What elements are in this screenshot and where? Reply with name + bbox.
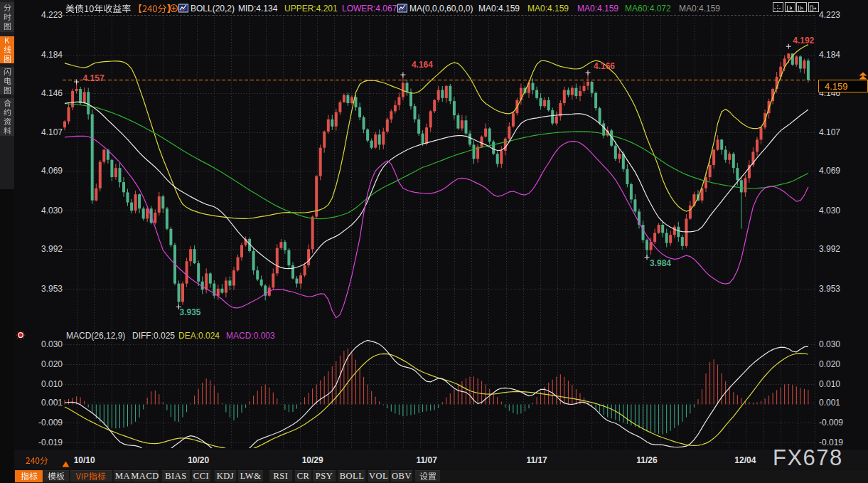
candle[interactable] (476, 144, 479, 163)
candle[interactable] (181, 282, 184, 305)
candle[interactable] (756, 137, 759, 156)
sidebar-tab-lightning-chart[interactable] (0, 67, 14, 95)
candle[interactable] (296, 276, 299, 287)
candle[interactable] (272, 268, 274, 290)
candle[interactable] (583, 81, 586, 93)
candle[interactable] (658, 223, 660, 234)
candle[interactable] (346, 92, 349, 106)
candle[interactable] (284, 240, 286, 254)
candle[interactable] (319, 144, 322, 180)
toolbar-item-macd[interactable]: MACD (132, 470, 158, 482)
candle[interactable] (547, 97, 550, 112)
zoom-axis-out-icon[interactable] (796, 2, 807, 12)
candle[interactable] (366, 128, 369, 142)
candle[interactable] (795, 55, 798, 67)
candle[interactable] (720, 139, 723, 154)
candle[interactable] (201, 277, 204, 294)
candle[interactable] (150, 206, 153, 225)
toolbar-item-indicators[interactable] (15, 470, 43, 482)
candle[interactable] (166, 207, 168, 230)
candle[interactable] (350, 95, 353, 105)
candle[interactable] (626, 164, 628, 188)
candle[interactable] (799, 55, 802, 73)
candle[interactable] (256, 266, 259, 281)
candle[interactable] (456, 113, 459, 130)
candle[interactable] (638, 209, 641, 229)
candle[interactable] (717, 135, 719, 151)
candle[interactable] (83, 87, 86, 104)
candle[interactable] (394, 100, 397, 113)
period-label[interactable] (26, 455, 48, 466)
candle[interactable] (142, 207, 145, 221)
toolbar-item-boll[interactable]: BOLL (338, 470, 365, 482)
candle[interactable] (264, 284, 267, 300)
candle[interactable] (665, 229, 668, 248)
candle[interactable] (91, 110, 94, 204)
candle[interactable] (358, 103, 361, 121)
candle[interactable] (633, 194, 636, 213)
candle[interactable] (540, 93, 542, 110)
candle[interactable] (169, 227, 172, 248)
candle[interactable] (771, 87, 774, 104)
candle[interactable] (807, 58, 810, 83)
candle[interactable] (555, 111, 558, 125)
candle[interactable] (209, 272, 212, 288)
period-up-triangle-icon[interactable] (62, 457, 70, 470)
candle[interactable] (602, 120, 605, 138)
candle[interactable] (488, 127, 491, 144)
candle[interactable] (386, 117, 389, 134)
candle[interactable] (279, 239, 282, 250)
candle[interactable] (740, 177, 743, 228)
candle[interactable] (225, 277, 227, 297)
candle[interactable] (370, 139, 373, 149)
candle[interactable] (681, 235, 684, 250)
candle[interactable] (417, 115, 420, 136)
candle[interactable] (240, 243, 243, 261)
candle[interactable] (599, 107, 601, 124)
candle[interactable] (363, 115, 365, 133)
candle[interactable] (803, 59, 805, 74)
toolbar-item-psy[interactable]: PSY (313, 470, 336, 482)
candle[interactable] (158, 192, 161, 216)
candle[interactable] (669, 231, 672, 246)
candle[interactable] (99, 160, 102, 191)
candle[interactable] (378, 129, 381, 149)
candle[interactable] (677, 222, 680, 242)
indicator-settings-icon[interactable] (16, 330, 26, 343)
toolbar-item-cci[interactable]: CCI (192, 470, 210, 482)
candle[interactable] (402, 75, 404, 100)
candle[interactable] (335, 109, 338, 131)
candle[interactable] (220, 284, 223, 294)
candle[interactable] (559, 100, 562, 121)
toolbar-item-lw[interactable]: LW& (238, 470, 263, 482)
toolbar-item-bias[interactable]: BIAS (162, 470, 190, 482)
candle[interactable] (161, 195, 164, 213)
candle[interactable] (535, 87, 538, 100)
candle[interactable] (594, 92, 597, 111)
candle[interactable] (193, 245, 196, 264)
candle[interactable] (102, 149, 105, 164)
toolbar-item-vip-indicators[interactable] (70, 470, 112, 482)
candle[interactable] (291, 262, 294, 280)
candle[interactable] (228, 277, 231, 290)
candle[interactable] (586, 73, 589, 90)
candle[interactable] (449, 84, 451, 105)
candle[interactable] (441, 86, 444, 102)
candle[interactable] (197, 260, 200, 286)
candle[interactable] (213, 280, 215, 298)
candle[interactable] (433, 99, 436, 113)
zoom-axis-in-icon[interactable] (785, 2, 795, 12)
candle[interactable] (311, 216, 314, 253)
candle[interactable] (237, 255, 240, 272)
candle[interactable] (343, 93, 345, 102)
toolbar-item-kdj[interactable]: KDJ (215, 470, 236, 482)
candle[interactable] (287, 248, 290, 268)
candle[interactable] (397, 92, 400, 110)
candle[interactable] (445, 85, 448, 103)
candle[interactable] (119, 163, 122, 188)
toolbar-item-rsi[interactable]: RSI (269, 470, 292, 482)
toolbar-item-vol[interactable]: VOL (368, 470, 389, 482)
candle[interactable] (496, 151, 499, 167)
candle[interactable] (484, 124, 487, 138)
candle[interactable] (414, 104, 417, 123)
